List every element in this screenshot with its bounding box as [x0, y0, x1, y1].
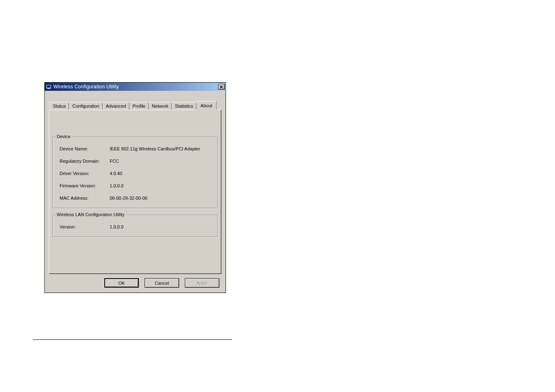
mac-address-value: 08-00-28-32-00-00 [110, 196, 147, 201]
horizontal-rule [33, 339, 232, 340]
window-title: Wireless Configuration Utility [53, 84, 218, 90]
field-row: Firmware Version: 1.0.0.0 [60, 183, 213, 188]
close-button[interactable] [218, 84, 225, 90]
tab-advanced[interactable]: Advanced [103, 102, 129, 110]
device-name-value: IEEE 802.11g Wireless Cardbus/PCI Adapte… [110, 146, 200, 151]
svg-rect-1 [47, 85, 51, 88]
tab-about[interactable]: About [196, 101, 216, 110]
titlebar[interactable]: Wireless Configuration Utility [45, 83, 226, 91]
dialog-button-row: OK Cancel Apply [49, 278, 221, 288]
firmware-version-value: 1.0.0.0 [110, 183, 124, 188]
field-row: MAC Address: 08-00-28-32-00-00 [60, 196, 213, 201]
tab-configuration[interactable]: Configuration [69, 102, 102, 110]
ok-button[interactable]: OK [104, 278, 139, 288]
utility-version-value: 1.0.0.0 [110, 224, 124, 229]
regulatory-domain-label: Regulatory Domain: [60, 159, 110, 164]
utility-version-label: Version: [60, 224, 110, 229]
field-row: Regulatory Domain: FCC [60, 159, 213, 164]
device-name-label: Device Name: [60, 146, 110, 151]
client-area: Status Configuration Advanced Profile Ne… [45, 91, 226, 293]
driver-version-value: 4.0.40 [110, 171, 122, 176]
groupbox-utility-title: Wireless LAN Configuration Utility [55, 212, 126, 217]
field-row: Device Name: IEEE 802.11g Wireless Cardb… [60, 146, 213, 151]
groupbox-device: Device Device Name: IEEE 802.11g Wireles… [53, 137, 218, 208]
firmware-version-label: Firmware Version: [60, 183, 110, 188]
apply-button: Apply [185, 278, 219, 288]
groupbox-device-title: Device [55, 134, 72, 139]
tab-statistics[interactable]: Statistics [172, 102, 196, 110]
field-row: Version: 1.0.0.0 [60, 224, 213, 229]
dialog-window: Wireless Configuration Utility Status Co… [44, 82, 226, 293]
svg-rect-2 [48, 88, 50, 89]
regulatory-domain-value: FCC [110, 159, 119, 164]
driver-version-label: Driver Version: [60, 171, 110, 176]
cancel-button[interactable]: Cancel [145, 278, 179, 288]
mac-address-label: MAC Address: [60, 196, 110, 201]
tab-profile[interactable]: Profile [129, 102, 149, 110]
groupbox-utility: Wireless LAN Configuration Utility Versi… [53, 215, 218, 237]
app-icon [46, 84, 52, 90]
tab-status[interactable]: Status [50, 102, 69, 110]
tab-network[interactable]: Network [149, 102, 172, 110]
tab-panel-about: Device Device Name: IEEE 802.11g Wireles… [49, 110, 221, 274]
tab-strip: Status Configuration Advanced Profile Ne… [49, 101, 221, 110]
field-row: Driver Version: 4.0.40 [60, 171, 213, 176]
